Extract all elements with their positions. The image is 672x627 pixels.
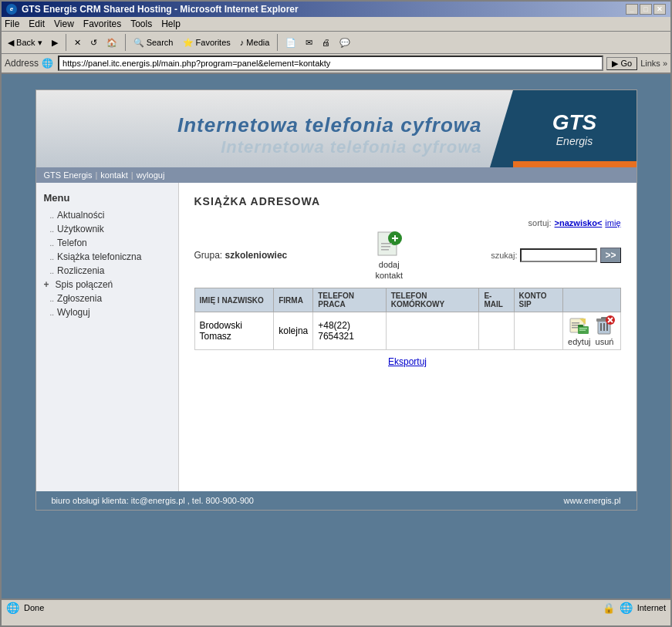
add-contact-icon xyxy=(375,231,403,258)
cell-telefon-kom xyxy=(386,312,479,350)
svg-rect-15 xyxy=(579,330,586,332)
menu-tools[interactable]: Tools xyxy=(130,19,152,29)
forward-button[interactable]: ▶ xyxy=(49,36,61,49)
sidebar-item-spis[interactable]: Spis połączeń xyxy=(36,278,178,292)
toolbar-separator-2 xyxy=(125,34,126,51)
table-row: Brodowski Tomasz kolejna +48(22) 7654321 xyxy=(194,312,620,350)
search-button[interactable]: 🔍 Search xyxy=(130,36,177,49)
edit-button[interactable]: edytuj xyxy=(568,315,590,346)
export-link[interactable]: Eksportuj xyxy=(194,356,621,367)
address-input[interactable] xyxy=(58,56,603,71)
sidebar-title: Menu xyxy=(36,189,178,208)
add-contact-button[interactable]: dodaj kontakt xyxy=(375,231,403,280)
minimize-button[interactable]: _ xyxy=(626,4,638,15)
group-value: szkoleniowiec xyxy=(225,250,288,261)
sidebar-item-wyloguj[interactable]: Wyloguj xyxy=(36,305,178,319)
nav-wyloguj[interactable]: wyloguj xyxy=(137,170,165,180)
discuss-button[interactable]: 💬 xyxy=(336,36,353,49)
zone-label: Internet xyxy=(637,603,666,612)
sort-nazwisko-link[interactable]: >nazwisko< xyxy=(555,218,603,228)
history-button[interactable]: 📄 xyxy=(282,36,299,49)
panel-footer: biuro obsługi klienta: itc@energis.pl , … xyxy=(36,491,637,510)
col-actions xyxy=(563,288,620,312)
delete-icon xyxy=(593,315,615,335)
search-area: szukaj: >> xyxy=(491,248,620,263)
contacts-table: IMIĘ i NAZWISKO FIRMA TELEFON PRACA TELE… xyxy=(194,288,621,350)
close-button[interactable]: ✕ xyxy=(653,4,666,15)
browser-toolbar: ◀ Back ▾ ▶ ✕ ↺ 🏠 🔍 Search ⭐ Favorites ♪ … xyxy=(2,32,670,54)
maximize-button[interactable]: □ xyxy=(640,4,652,15)
main-content: KSIĄŻKA ADRESOWA sortuj: >nazwisko< imię… xyxy=(179,183,637,491)
sort-imie-link[interactable]: imię xyxy=(605,218,620,228)
cell-telefon-praca: +48(22) 7654321 xyxy=(313,312,387,350)
print-button[interactable]: 🖨 xyxy=(319,36,333,49)
title-bar: e GTS Energis CRM Shared Hosting - Micro… xyxy=(2,2,670,17)
nav-gts-energis[interactable]: GTS Energis xyxy=(44,170,93,180)
nav-sep-2: | xyxy=(131,170,133,180)
menu-favorites[interactable]: Favorites xyxy=(83,19,121,29)
toolbar-separator-3 xyxy=(277,34,278,51)
menu-edit[interactable]: Edit xyxy=(29,19,45,29)
svg-rect-14 xyxy=(579,328,587,329)
links-button[interactable]: Links » xyxy=(640,59,667,68)
svg-rect-5 xyxy=(381,246,390,248)
sidebar-item-rozliczenia[interactable]: Rozliczenia xyxy=(36,264,178,278)
sort-label: sortuj: xyxy=(528,218,552,228)
svg-rect-21 xyxy=(606,323,608,331)
cell-email xyxy=(479,312,514,350)
mail-button[interactable]: ✉ xyxy=(302,36,316,49)
go-button[interactable]: ▶ Go xyxy=(606,57,637,70)
nav-bar: GTS Energis | kontakt | wyloguj xyxy=(36,167,637,183)
header-tagline: Internetowa telefonia cyfrowa xyxy=(177,113,482,137)
delete-label: usuń xyxy=(596,337,614,346)
sidebar-item-telefon[interactable]: Telefon xyxy=(36,236,178,250)
cell-name: Brodowski Tomasz xyxy=(194,312,274,350)
browser-icon: e xyxy=(6,4,17,15)
sidebar-item-ksiazka[interactable]: Książka telefoniczna xyxy=(36,250,178,264)
zone-icon: 🌐 xyxy=(620,602,633,614)
refresh-button[interactable]: ↺ xyxy=(87,36,100,49)
menu-help[interactable]: Help xyxy=(161,19,181,29)
cell-actions: edytuj xyxy=(563,312,620,350)
action-cell: edytuj xyxy=(568,315,615,346)
title-bar-controls[interactable]: _ □ ✕ xyxy=(626,4,666,15)
footer-website: www.energis.pl xyxy=(564,496,621,505)
edit-icon xyxy=(569,315,590,335)
col-konto-sip: KONTO SIP xyxy=(514,288,563,312)
nav-sep-1: | xyxy=(95,170,97,180)
col-telefon-praca: TELEFON PRACA xyxy=(313,288,387,312)
status-left: 🌐 Done xyxy=(6,602,44,614)
sidebar-item-uzytkownik[interactable]: Użytkownik xyxy=(36,222,178,236)
back-button[interactable]: ◀ Back ▾ xyxy=(5,36,46,49)
sidebar-item-zgloszenia[interactable]: Zgłoszenia xyxy=(36,292,178,305)
svg-rect-6 xyxy=(381,249,389,251)
menu-file[interactable]: File xyxy=(5,19,19,29)
status-bar: 🌐 Done 🔒 🌐 Internet xyxy=(2,598,670,615)
browser-window: e GTS Energis CRM Shared Hosting - Micro… xyxy=(0,0,672,627)
menu-bar: File Edit View Favorites Tools Help xyxy=(2,17,670,32)
page-title: KSIĄŻKA ADRESOWA xyxy=(194,195,621,207)
svg-rect-20 xyxy=(603,323,605,331)
padlock-icon: 🔒 xyxy=(603,602,615,614)
col-telefon-kom: TELEFON KOMÓRKOWY xyxy=(386,288,479,312)
add-contact-label1: dodaj xyxy=(379,260,400,269)
table-header-row: IMIĘ i NAZWISKO FIRMA TELEFON PRACA TELE… xyxy=(194,288,620,312)
search-button[interactable]: >> xyxy=(600,248,620,263)
add-contact-label2: kontakt xyxy=(376,271,403,280)
menu-view[interactable]: View xyxy=(54,19,74,29)
stop-button[interactable]: ✕ xyxy=(71,36,84,49)
logo-gts-text: GTS xyxy=(552,110,597,135)
footer-support: biuro obsługi klienta: itc@energis.pl , … xyxy=(52,496,255,505)
search-input[interactable] xyxy=(520,248,597,262)
toolbar-separator-1 xyxy=(66,34,66,51)
cell-firma: kolejna xyxy=(274,312,313,350)
logo-box: GTS Energis xyxy=(513,90,637,167)
favorites-button[interactable]: ⭐ Favorites xyxy=(180,36,234,49)
home-button[interactable]: 🏠 xyxy=(103,36,120,49)
media-button[interactable]: ♪ Media xyxy=(237,36,273,49)
delete-button[interactable]: usuń xyxy=(593,315,615,346)
col-name: IMIĘ i NAZWISKO xyxy=(194,288,274,312)
sidebar-item-aktualnosci[interactable]: Aktualności xyxy=(36,208,178,222)
nav-kontakt[interactable]: kontakt xyxy=(100,170,127,180)
page-icon: 🌐 xyxy=(6,602,19,614)
